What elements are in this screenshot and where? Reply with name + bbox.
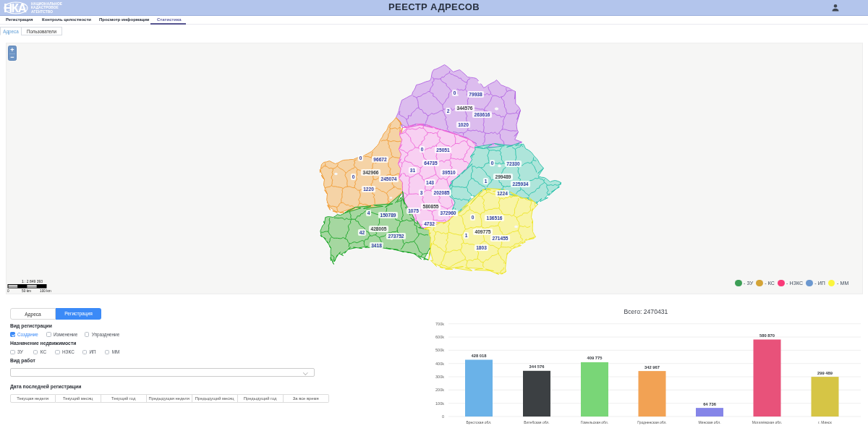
svg-text:25051: 25051 (436, 147, 450, 152)
svg-text:1224: 1224 (497, 190, 508, 195)
svg-text:42: 42 (359, 229, 365, 234)
svg-text:39510: 39510 (442, 169, 456, 174)
svg-text:342966: 342966 (362, 169, 378, 174)
svg-text:0: 0 (442, 414, 444, 419)
svg-text:Гродненская обл.: Гродненская обл. (637, 420, 667, 424)
svg-text:64735: 64735 (424, 160, 438, 165)
svg-text:202085: 202085 (433, 189, 449, 195)
svg-text:1020: 1020 (458, 121, 469, 127)
svg-text:409 775: 409 775 (587, 356, 603, 360)
svg-text:Могилёвская обл.: Могилёвская обл. (752, 420, 782, 424)
svg-text:344 576: 344 576 (529, 364, 545, 369)
svg-text:1: 1 (484, 178, 487, 183)
svg-text:100k: 100k (435, 401, 444, 406)
svg-text:0: 0 (420, 146, 423, 151)
svg-text:Минская обл.: Минская обл. (698, 420, 720, 424)
svg-text:4732: 4732 (424, 221, 435, 226)
svg-text:79938: 79938 (469, 91, 482, 96)
svg-text:700k: 700k (435, 322, 444, 326)
svg-text:31: 31 (409, 167, 415, 172)
svg-text:428005: 428005 (370, 226, 386, 231)
svg-text:143: 143 (425, 179, 433, 184)
svg-text:Гомельская обл.: Гомельская обл. (581, 420, 608, 424)
svg-text:600k: 600k (435, 335, 444, 339)
svg-text:3418: 3418 (371, 242, 382, 247)
svg-text:3: 3 (420, 189, 422, 195)
svg-text:2: 2 (446, 108, 449, 113)
svg-text:1220: 1220 (363, 186, 374, 191)
svg-text:0: 0 (453, 90, 456, 95)
svg-text:200k: 200k (435, 388, 444, 392)
svg-text:96672: 96672 (373, 156, 387, 161)
svg-text:1: 1 (464, 232, 467, 237)
svg-text:580855: 580855 (422, 203, 438, 208)
svg-text:0: 0 (471, 214, 474, 219)
svg-text:299 489: 299 489 (817, 371, 833, 375)
svg-text:372960: 372960 (440, 210, 456, 215)
svg-text:273752: 273752 (388, 233, 404, 238)
svg-text:0: 0 (352, 174, 354, 179)
svg-text:428 018: 428 018 (472, 354, 488, 358)
svg-text:1803: 1803 (476, 244, 487, 249)
svg-text:342 967: 342 967 (644, 365, 660, 370)
svg-text:225934: 225934 (512, 181, 528, 186)
svg-text:г. Минск: г. Минск (818, 420, 832, 424)
svg-text:263616: 263616 (474, 111, 490, 116)
svg-text:500k: 500k (435, 348, 444, 352)
svg-text:64 736: 64 736 (703, 402, 717, 406)
svg-text:299489: 299489 (495, 174, 511, 179)
svg-text:0: 0 (490, 160, 493, 165)
svg-text:Витебская обл.: Витебская обл. (524, 420, 549, 424)
svg-text:245074: 245074 (380, 176, 396, 181)
svg-text:0: 0 (359, 155, 362, 160)
svg-text:409775: 409775 (475, 229, 490, 234)
svg-text:4: 4 (367, 210, 370, 215)
svg-text:150789: 150789 (380, 212, 396, 217)
svg-text:72330: 72330 (506, 161, 520, 166)
svg-text:1075: 1075 (408, 208, 419, 213)
svg-text:300k: 300k (435, 375, 444, 379)
svg-text:136516: 136516 (486, 215, 502, 220)
svg-text:271455: 271455 (492, 235, 508, 240)
svg-text:400k: 400k (435, 362, 444, 366)
svg-text:Брестская обл.: Брестская обл. (467, 420, 492, 424)
svg-text:580 870: 580 870 (760, 333, 775, 338)
svg-text:344576: 344576 (456, 105, 472, 110)
